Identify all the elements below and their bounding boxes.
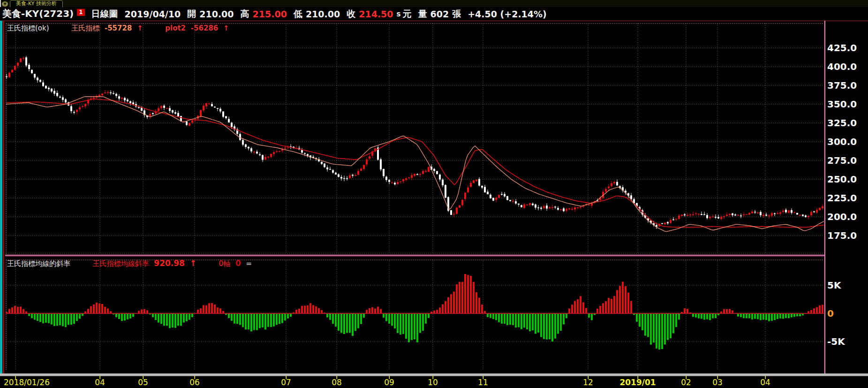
histogram-bar [219,308,221,313]
candle-body [453,214,455,215]
candle-body [411,175,413,178]
period-label[interactable]: 日線圖 [91,8,118,20]
candle-body [535,205,536,208]
candle-body [518,204,520,205]
histogram-bar [605,301,607,313]
candle-body [211,104,213,107]
histogram-bar [515,314,517,327]
histogram-bar [65,314,67,327]
high-value: 215.00 [253,9,287,19]
candle-body [425,171,427,172]
histogram-bar [526,314,528,329]
candle-body [301,150,303,153]
histogram-bar [740,314,742,317]
candle-body [385,177,387,180]
histogram-bar [588,314,590,318]
histogram-bar [819,305,821,313]
candle-body [459,205,460,207]
candle-body [321,162,323,164]
histogram-bar [560,314,562,331]
candle-body [31,70,33,73]
candle-body [20,58,22,62]
candle-body [73,112,75,113]
candle-body [93,98,95,99]
candle-body [82,106,83,107]
candle-body [62,97,64,99]
candle-body [791,210,793,213]
candle-body [793,213,795,213]
histogram-bar [158,314,159,323]
histogram-bar [416,314,418,342]
candle-body [104,92,106,93]
histogram-bar [180,314,182,326]
candle-body [723,216,725,217]
candle-body [774,213,776,214]
histogram-bar [394,314,396,328]
panel-separator [5,255,824,256]
price-axis-label: 225.0 [827,193,857,203]
candle-body [532,204,534,205]
indicator-line [6,99,824,228]
histogram-bar [512,314,514,325]
slope-axis-label: 5K [827,280,841,290]
volume-unit: 張 [452,8,461,20]
candle-body [332,170,334,173]
histogram-bar [141,310,143,313]
candle-body [28,65,30,69]
symbol-name[interactable]: 美食-KY(2723) [2,8,74,20]
histogram-bar [802,314,804,315]
histogram-bar [563,314,565,324]
histogram-bar [698,314,700,319]
candle-body [537,207,539,208]
candle-body [208,104,210,105]
histogram-bar [495,314,497,320]
histogram-bar [129,314,131,319]
histogram-bar [785,314,787,318]
candle-body [684,214,686,215]
change-value: +4.50 (+2.14%) [468,9,547,19]
candle-body [214,107,216,108]
candle-body [307,154,309,156]
histogram-bar [39,314,41,322]
lower-panel-title[interactable]: 王氏指標均線的斜率 [7,259,70,268]
histogram-bar [551,314,553,342]
histogram-bar [87,309,89,313]
histogram-bar [577,299,579,313]
histogram-bar [70,314,72,325]
histogram-bar [439,307,441,313]
histogram-bar [380,309,382,313]
price-axis-label: 350.0 [827,99,857,109]
candle-body [737,215,739,216]
candle-body [571,209,573,210]
histogram-bar [222,311,224,313]
histogram-bar [430,312,432,313]
candle-body [746,214,747,215]
candle-body [802,215,804,216]
candle-body [715,217,717,218]
histogram-bar [59,314,61,325]
histogram-bar [535,314,536,334]
histogram-bar [566,314,567,318]
slope-series-value: 920.98 [154,259,185,268]
histogram-bar [203,305,204,313]
histogram-bar [419,314,421,333]
histogram-bar [14,306,16,313]
dropdown-button[interactable]: ▼ [2,1,8,7]
candle-body [366,160,368,165]
main-panel-title[interactable]: 王氏指標(ok) [7,24,49,32]
histogram-bar [8,309,10,313]
candle-body [478,179,480,186]
candle-body [732,213,733,215]
histogram-bar [746,314,747,318]
histogram-bar [276,314,278,325]
histogram-bar [478,298,480,313]
candle-body [687,215,688,216]
chart-canvas[interactable] [0,0,868,388]
candle-body [219,109,221,112]
histogram-bar [760,314,762,320]
histogram-bar [324,312,325,313]
candle-body [98,95,100,96]
chart-tab[interactable]: 美食-KY 技術分析 [10,0,63,7]
histogram-bar [231,314,233,321]
histogram-bar [338,314,340,331]
